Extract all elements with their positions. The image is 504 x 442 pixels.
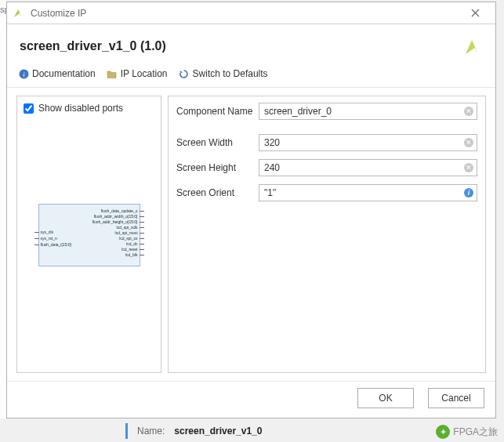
screen-height-row: Screen Height ✕ [176, 159, 477, 176]
screen-width-label: Screen Width [176, 137, 259, 148]
refresh-icon [179, 68, 190, 79]
info-icon[interactable]: i [463, 187, 474, 198]
properties-panel: Component Name ✕ Screen Width ✕ Screen H… [168, 96, 486, 373]
port-label: lcd_spi_mosi [115, 230, 138, 236]
screen-orient-label: Screen Orient [176, 187, 259, 198]
documentation-link[interactable]: i Documentation [18, 68, 96, 79]
component-title: screen_driver_v1_0 (1.0) [20, 39, 166, 53]
ip-location-link[interactable]: IP Location [107, 68, 168, 79]
show-disabled-ports-checkbox[interactable]: Show disabled ports [24, 103, 154, 114]
toolbar: i Documentation IP Location Switch to De… [7, 65, 495, 88]
port-label: flush_addr_height_o[15:0] [92, 219, 138, 225]
accent-bar [125, 423, 128, 439]
folder-icon [107, 68, 118, 79]
port-label: sys_clk [41, 230, 53, 235]
port-label: flush_data_i[15:0] [41, 242, 71, 248]
clear-icon[interactable]: ✕ [463, 162, 474, 173]
screen-orient-row: Screen Orient i [176, 184, 477, 201]
window-title: Customize IP [31, 8, 459, 19]
close-button[interactable] [459, 2, 491, 24]
watermark: ✦ FPGA之旅 [436, 425, 498, 439]
ip-block-diagram: sys_clk sys_rst_n flush_data_i[15:0] flu… [38, 204, 140, 266]
ok-button[interactable]: OK [357, 388, 414, 408]
watermark-text: FPGA之旅 [453, 426, 498, 439]
screen-width-input[interactable] [259, 134, 477, 151]
port-label: lcd_dc [126, 241, 137, 247]
switch-defaults-link[interactable]: Switch to Defaults [179, 68, 268, 79]
dialog-button-bar: OK Cancel [7, 381, 495, 418]
info-icon: i [18, 68, 29, 79]
port-label: lcd_spi_cs [119, 236, 137, 241]
screen-width-row: Screen Width ✕ [176, 134, 477, 151]
show-disabled-ports-input[interactable] [24, 103, 34, 114]
background-properties-strip: Name: screen_driver_v1_0 [0, 420, 504, 442]
switch-defaults-label: Switch to Defaults [193, 68, 268, 79]
clear-icon[interactable]: ✕ [463, 106, 474, 117]
xilinx-logo-icon [461, 35, 483, 57]
header-section: screen_driver_v1_0 (1.0) [7, 24, 495, 65]
documentation-label: Documentation [32, 68, 96, 79]
component-name-row: Component Name ✕ [176, 103, 477, 120]
customize-ip-dialog: Customize IP screen_driver_v1_0 (1.0) i … [6, 2, 496, 418]
vivado-icon [12, 7, 24, 20]
component-name-label: Component Name [176, 106, 259, 117]
clear-icon[interactable]: ✕ [463, 137, 474, 148]
port-label: lcd_spi_sclk [117, 225, 138, 230]
name-value: screen_driver_v1_0 [174, 426, 262, 437]
main-area: Show disabled ports sys_clk sys_rst_n fl… [7, 88, 495, 381]
port-label: lcd_blk [125, 252, 138, 258]
port-label: flush_data_update_o [101, 208, 138, 214]
cropped-background-window: sp [0, 0, 6, 418]
wechat-icon: ✦ [436, 425, 450, 439]
titlebar: Customize IP [7, 2, 495, 24]
port-label: sys_rst_n [41, 236, 57, 241]
ip-location-label: IP Location [121, 68, 168, 79]
preview-panel: Show disabled ports sys_clk sys_rst_n fl… [16, 96, 161, 373]
component-name-input[interactable] [259, 103, 477, 120]
port-label: lcd_reset [121, 247, 137, 252]
screen-height-input[interactable] [259, 159, 477, 176]
screen-height-label: Screen Height [176, 162, 259, 173]
show-disabled-ports-label: Show disabled ports [38, 103, 123, 114]
port-label: flush_addr_width_o[15:0] [94, 214, 138, 219]
cancel-button[interactable]: Cancel [428, 388, 484, 408]
screen-orient-input[interactable] [259, 184, 477, 201]
name-label: Name: [137, 426, 165, 437]
